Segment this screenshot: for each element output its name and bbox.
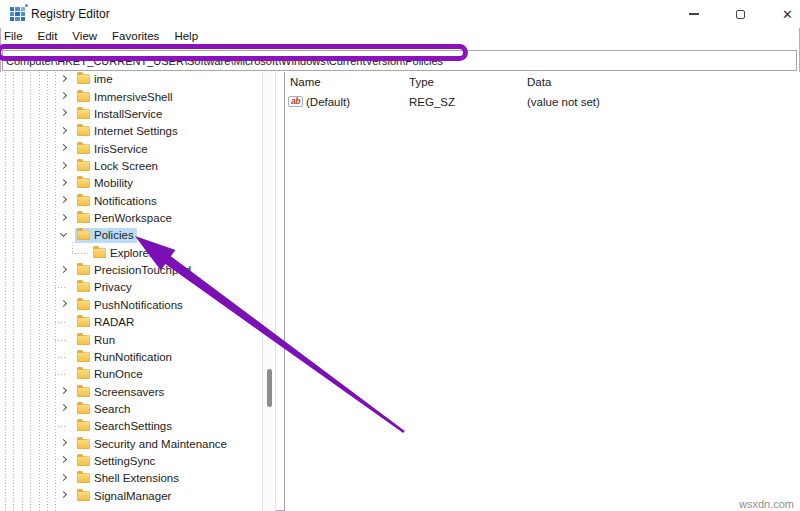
tree-item-label: Privacy [94,281,132,293]
tree-item-content[interactable]: Internet Settings [75,124,181,139]
tree-item-immersiveshell[interactable]: ImmersiveShell [0,88,262,105]
tree-item-irisservice[interactable]: IrisService [0,140,262,157]
tree-item-content[interactable]: PenWorkspace [75,210,175,225]
tree-item-content[interactable]: Privacy [75,280,135,295]
tree-item-installservice[interactable]: InstallService [0,105,262,122]
tree-item-mobility[interactable]: Mobility [0,175,262,192]
chevron-right-icon[interactable] [60,75,67,82]
tree-item-content[interactable]: Explorer [91,245,156,260]
menu-bar: FileEditViewFavoritesHelp [4,28,198,44]
chevron-down-icon[interactable] [60,230,67,237]
chevron-right-icon[interactable] [60,474,67,481]
chevron-right-icon[interactable] [60,127,67,134]
tree-item-content[interactable]: SearchSettings [75,419,175,434]
tree-item-content[interactable]: ImmersiveShell [75,89,176,104]
column-header-type[interactable]: Type [409,76,434,88]
tree-item-content[interactable]: Search [75,401,133,416]
menu-item-favorites[interactable]: Favorites [112,30,159,42]
tree-item-internet-settings[interactable]: Internet Settings [0,123,262,140]
tree-item-explorer[interactable]: Explorer [0,244,262,261]
tree-item-content[interactable]: Notifications [75,193,160,208]
tree-item-screensavers[interactable]: Screensavers [0,383,262,400]
tree-item-runonce[interactable]: RunOnce [0,366,262,383]
tree-item-shell-extensions[interactable]: Shell Extensions [0,470,262,487]
tree-item-content[interactable]: PrecisionTouchpad [75,262,194,277]
chevron-right-icon[interactable] [60,161,67,168]
folder-icon [77,491,90,501]
menu-item-file[interactable]: File [4,30,23,42]
folder-icon [77,126,90,136]
tree-item-policies[interactable]: Policies [0,227,262,244]
tree-item-signalmanager[interactable]: SignalManager [0,487,262,504]
tree-item-ime[interactable]: ime [0,72,262,88]
tree-item-searchsettings[interactable]: SearchSettings [0,418,262,435]
tree-item-content[interactable]: Lock Screen [75,158,161,173]
chevron-right-icon[interactable] [60,300,67,307]
tree-item-content-selected[interactable]: Policies [75,228,137,243]
chevron-right-icon[interactable] [60,491,67,498]
chevron-right-icon[interactable] [60,404,67,411]
tree-item-content[interactable]: IrisService [75,141,151,156]
address-bar-input[interactable]: Computer\HKEY_CURRENT_USER\Software\Micr… [2,50,797,71]
tree-item-content[interactable]: SignalManager [75,488,174,503]
tree-item-radar[interactable]: RADAR [0,314,262,331]
tree-item-content[interactable]: Run [75,332,118,347]
folder-icon [77,387,90,397]
tree-item-content[interactable]: RADAR [75,315,137,330]
tree-item-runnotification[interactable]: RunNotification [0,348,262,365]
tree-item-content[interactable]: SettingSync [75,453,158,468]
tree-item-content[interactable]: ime [75,72,116,87]
tree-item-content[interactable]: RunNotification [75,349,175,364]
chevron-right-icon[interactable] [60,456,67,463]
maximize-button[interactable] [717,0,764,28]
tree-item-penworkspace[interactable]: PenWorkspace [0,209,262,226]
tree-item-content[interactable]: RunOnce [75,367,146,382]
chevron-right-icon[interactable] [60,266,67,273]
menu-item-view[interactable]: View [72,30,97,42]
chevron-right-icon[interactable] [60,439,67,446]
tree-item-label: Notifications [94,195,157,207]
tree-scrollbar-thumb[interactable] [267,369,272,407]
tree-item-precisiontouchpad[interactable]: PrecisionTouchpad [0,261,262,278]
tree-item-notifications[interactable]: Notifications [0,192,262,209]
tree-connector-line [55,374,65,375]
menu-item-edit[interactable]: Edit [38,30,58,42]
tree-item-content[interactable]: Shell Extensions [75,471,182,486]
tree-scrollbar-track[interactable] [262,72,276,511]
tree-item-label: Run [94,334,115,346]
tree-item-run[interactable]: Run [0,331,262,348]
menu-item-help[interactable]: Help [174,30,198,42]
tree-item-pushnotifications[interactable]: PushNotifications [0,296,262,313]
chevron-right-icon[interactable] [60,179,67,186]
tree-item-content[interactable]: Mobility [75,176,136,191]
chevron-right-icon[interactable] [60,214,67,221]
minimize-button[interactable] [670,0,717,28]
tree-item-label: PrecisionTouchpad [94,264,191,276]
folder-icon [77,213,90,223]
tree-item-label: RADAR [94,316,134,328]
chevron-right-icon[interactable] [60,109,67,116]
tree-item-content[interactable]: Screensavers [75,384,167,399]
chevron-right-icon[interactable] [60,387,67,394]
tree-item-content[interactable]: InstallService [75,106,165,121]
folder-icon [77,300,90,310]
chevron-right-icon[interactable] [60,196,67,203]
tree-item-label: Security and Maintenance [94,438,227,450]
column-header-name[interactable]: Name [290,76,321,88]
chevron-right-icon[interactable] [60,144,67,151]
column-header-data[interactable]: Data [527,76,551,88]
tree-item-content[interactable]: Security and Maintenance [75,436,230,451]
tree-item-content[interactable]: PushNotifications [75,297,186,312]
value-row-default[interactable]: ab(Default)REG_SZ(value not set) [285,94,800,111]
tree-item-security-and-maintenance[interactable]: Security and Maintenance [0,435,262,452]
folder-icon [77,335,90,345]
chevron-right-icon[interactable] [60,92,67,99]
tree-item-privacy[interactable]: Privacy [0,279,262,296]
tree-item-search[interactable]: Search [0,400,262,417]
close-button[interactable]: ✕ [764,0,800,28]
folder-icon [77,317,90,327]
tree-connector-line [55,322,65,323]
tree-item-lock-screen[interactable]: Lock Screen [0,157,262,174]
tree-item-settingsync[interactable]: SettingSync [0,452,262,469]
watermark: wsxdn.com [739,498,794,510]
